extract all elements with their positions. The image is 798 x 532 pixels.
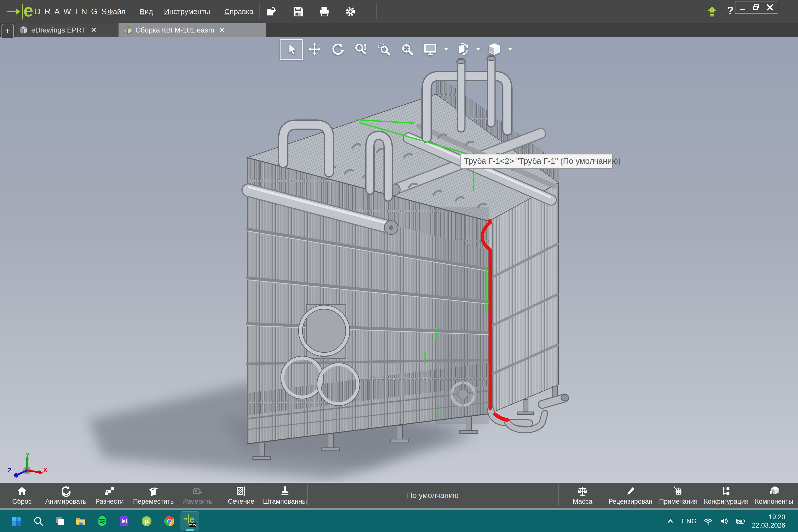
help-button[interactable]: ?: [727, 4, 734, 17]
command-bar: Сброс Анимировать Разнести Переместить И…: [0, 482, 798, 508]
tab-sborka-kvgm-101[interactable]: Сборка КВГМ-101.easm ✕: [119, 23, 266, 37]
rotate-tool-button[interactable]: [326, 39, 349, 60]
print-button[interactable]: [318, 5, 330, 18]
zoom-fit-tool-button[interactable]: [396, 39, 419, 60]
document-tab-bar: + eDrawings.EPRT ✕ Сборка КВГМ-101.easm …: [0, 23, 798, 37]
chrome-icon[interactable]: [162, 514, 176, 529]
mass-button[interactable]: Масса: [558, 483, 606, 508]
configuration-name: По умолчанию: [407, 491, 459, 500]
svg-text:2025: 2025: [189, 524, 196, 527]
graphics-viewport[interactable]: [0, 37, 798, 482]
fullscreen-button[interactable]: [419, 39, 442, 60]
wifi-icon[interactable]: [703, 516, 713, 526]
zoom-area-tool-button[interactable]: [373, 39, 396, 60]
annotations-button[interactable]: Примечания: [654, 483, 702, 508]
menu-file[interactable]: Файл: [108, 0, 126, 23]
section-button[interactable]: Сечение: [219, 483, 263, 508]
task-view-icon[interactable]: [53, 514, 68, 529]
tab-close-icon[interactable]: ✕: [219, 26, 225, 34]
language-indicator[interactable]: ENG: [682, 517, 697, 525]
settings-gear-button[interactable]: [344, 5, 357, 18]
explode-button[interactable]: Разнести: [88, 483, 132, 508]
move-component-dropdown-caret[interactable]: [474, 39, 483, 60]
pan-tool-button[interactable]: [303, 39, 326, 60]
file-explorer-icon[interactable]: [73, 514, 88, 529]
minimize-button[interactable]: [736, 1, 749, 13]
battery-charging-icon[interactable]: [736, 516, 745, 526]
active-app-indicator: [186, 529, 194, 531]
part-icon: [18, 25, 28, 35]
utorrent-icon[interactable]: µ: [139, 514, 154, 529]
reset-button[interactable]: Сброс: [0, 483, 44, 508]
components-button[interactable]: Компоненты: [750, 483, 798, 508]
measure-button[interactable]: Измерить: [175, 483, 219, 508]
publish-upload-button[interactable]: [706, 5, 718, 18]
save-button[interactable]: [292, 5, 304, 18]
menu-tools[interactable]: Инструменты: [164, 0, 210, 23]
open-file-button[interactable]: [266, 5, 278, 18]
move-button[interactable]: Переместить: [132, 483, 175, 508]
svg-text:e: e: [189, 514, 194, 525]
configuration-button[interactable]: Конфигурация: [702, 483, 750, 508]
animate-button[interactable]: Анимировать: [44, 483, 88, 508]
review-button[interactable]: Рецензирован: [606, 483, 654, 508]
edrawings-logo: e DRAWINGS ®: [7, 0, 112, 23]
component-tooltip: Труба Г-1<2> "Труба Г-1" (По умолчанию): [460, 154, 613, 169]
menu-help[interactable]: Справка: [224, 0, 253, 23]
window-bottom-edge: [0, 508, 798, 510]
edrawings-taskbar-active[interactable]: e 2025: [180, 511, 199, 531]
search-icon[interactable]: [31, 514, 46, 529]
zoom-tool-button[interactable]: [349, 39, 373, 60]
close-button[interactable]: [763, 1, 777, 13]
start-button[interactable]: [9, 514, 24, 529]
view-orientation-cube-button[interactable]: [483, 39, 506, 60]
move-component-button[interactable]: [451, 39, 474, 60]
logo-arrow-icon: [7, 11, 20, 12]
fullscreen-dropdown-caret[interactable]: [442, 39, 451, 60]
tab-close-icon[interactable]: ✕: [91, 26, 97, 34]
new-tab-button[interactable]: +: [1, 24, 14, 38]
menu-bar: e DRAWINGS ® Файл Вид Инструменты Справк…: [0, 0, 798, 23]
view-orientation-dropdown-caret[interactable]: [506, 39, 515, 60]
windows-taskbar: µ e 2025 ENG 19:20: [0, 510, 798, 532]
spotify-icon[interactable]: [95, 514, 110, 529]
tray-chevron-up-icon[interactable]: [665, 516, 675, 526]
volume-icon[interactable]: [719, 516, 729, 526]
svg-text:µ: µ: [144, 517, 149, 525]
media-player-icon[interactable]: [117, 514, 132, 529]
select-tool-button[interactable]: [280, 39, 303, 60]
assembly-icon: [123, 25, 133, 35]
menu-view[interactable]: Вид: [140, 0, 153, 23]
orientation-triad: Y X Z: [4, 453, 51, 482]
viewport-toolbar: [280, 38, 515, 60]
window-controls: [735, 1, 778, 14]
restore-button[interactable]: [749, 1, 763, 13]
tab-edrawings-eprt[interactable]: eDrawings.EPRT ✕: [15, 23, 119, 37]
clock[interactable]: 19:20 22.03.2026: [752, 513, 785, 530]
stamped-button[interactable]: Штампованны: [263, 483, 307, 508]
